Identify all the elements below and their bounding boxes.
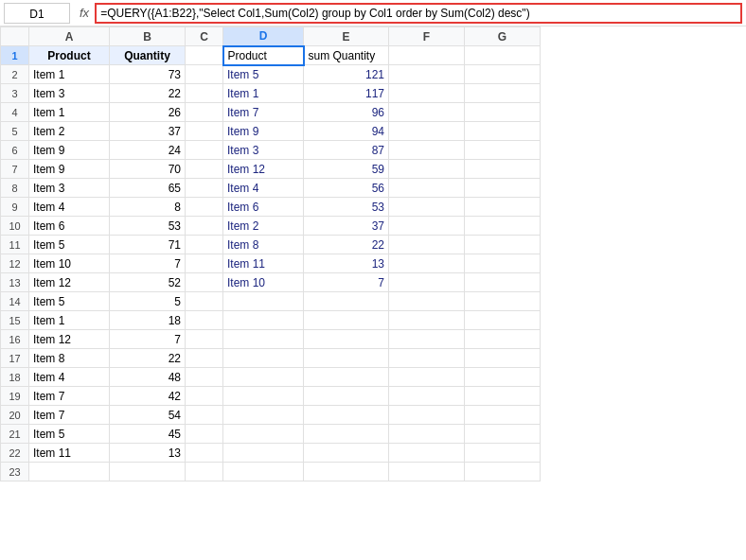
cell-g5[interactable] bbox=[465, 122, 541, 141]
cell-f22[interactable] bbox=[389, 444, 465, 463]
row-header-21[interactable]: 21 bbox=[1, 425, 29, 444]
cell-c4[interactable] bbox=[186, 103, 223, 122]
cell-d3[interactable]: Item 1 bbox=[223, 84, 304, 103]
cell-a9[interactable]: Item 4 bbox=[29, 198, 110, 217]
cell-c14[interactable] bbox=[186, 292, 223, 311]
cell-f4[interactable] bbox=[389, 103, 465, 122]
cell-a19[interactable]: Item 7 bbox=[29, 387, 110, 406]
cell-f5[interactable] bbox=[389, 122, 465, 141]
cell-c7[interactable] bbox=[186, 160, 223, 179]
cell-g2[interactable] bbox=[465, 65, 541, 84]
cell-f3[interactable] bbox=[389, 84, 465, 103]
cell-b21[interactable]: 45 bbox=[110, 425, 186, 444]
row-header-1[interactable]: 1 bbox=[1, 46, 29, 65]
cell-f2[interactable] bbox=[389, 65, 465, 84]
cell-d12[interactable]: Item 11 bbox=[223, 254, 304, 273]
cell-d7[interactable]: Item 12 bbox=[223, 160, 304, 179]
cell-a3[interactable]: Item 3 bbox=[29, 84, 110, 103]
row-header-2[interactable]: 2 bbox=[1, 65, 29, 84]
cell-e22[interactable] bbox=[304, 444, 389, 463]
cell-c21[interactable] bbox=[186, 425, 223, 444]
cell-d18[interactable] bbox=[223, 368, 304, 387]
cell-b3[interactable]: 22 bbox=[110, 84, 186, 103]
row-header-11[interactable]: 11 bbox=[1, 236, 29, 254]
cell-f20[interactable] bbox=[389, 406, 465, 425]
row-header-19[interactable]: 19 bbox=[1, 387, 29, 406]
cell-b1[interactable]: Quantity bbox=[110, 46, 186, 65]
cell-b20[interactable]: 54 bbox=[110, 406, 186, 425]
cell-g9[interactable] bbox=[465, 198, 541, 217]
cell-b13[interactable]: 52 bbox=[110, 273, 186, 292]
cell-b22[interactable]: 13 bbox=[110, 444, 186, 463]
cell-e15[interactable] bbox=[304, 311, 389, 330]
cell-c17[interactable] bbox=[186, 349, 223, 368]
cell-g18[interactable] bbox=[465, 368, 541, 387]
cell-d16[interactable] bbox=[223, 330, 304, 349]
cell-d15[interactable] bbox=[223, 311, 304, 330]
cell-b5[interactable]: 37 bbox=[110, 122, 186, 141]
cell-d8[interactable]: Item 4 bbox=[223, 179, 304, 198]
cell-a6[interactable]: Item 9 bbox=[29, 141, 110, 160]
cell-d2[interactable]: Item 5 bbox=[223, 65, 304, 84]
cell-b2[interactable]: 73 bbox=[110, 65, 186, 84]
cell-f17[interactable] bbox=[389, 349, 465, 368]
cell-b9[interactable]: 8 bbox=[110, 198, 186, 217]
cell-a15[interactable]: Item 1 bbox=[29, 311, 110, 330]
cell-e16[interactable] bbox=[304, 330, 389, 349]
cell-g16[interactable] bbox=[465, 330, 541, 349]
cell-e2[interactable]: 121 bbox=[304, 65, 389, 84]
cell-a18[interactable]: Item 4 bbox=[29, 368, 110, 387]
row-header-9[interactable]: 9 bbox=[1, 198, 29, 217]
cell-e13[interactable]: 7 bbox=[304, 273, 389, 292]
cell-d9[interactable]: Item 6 bbox=[223, 198, 304, 217]
cell-f9[interactable] bbox=[389, 198, 465, 217]
cell-c15[interactable] bbox=[186, 311, 223, 330]
cell-e17[interactable] bbox=[304, 349, 389, 368]
cell-d13[interactable]: Item 10 bbox=[223, 273, 304, 292]
row-header-10[interactable]: 10 bbox=[1, 217, 29, 236]
cell-c8[interactable] bbox=[186, 179, 223, 198]
col-header-g[interactable]: G bbox=[465, 27, 541, 46]
cell-g23[interactable] bbox=[465, 463, 541, 481]
cell-b15[interactable]: 18 bbox=[110, 311, 186, 330]
cell-f13[interactable] bbox=[389, 273, 465, 292]
row-header-13[interactable]: 13 bbox=[1, 273, 29, 292]
row-header-22[interactable]: 22 bbox=[1, 444, 29, 463]
cell-f14[interactable] bbox=[389, 292, 465, 311]
cell-f10[interactable] bbox=[389, 217, 465, 236]
cell-f21[interactable] bbox=[389, 425, 465, 444]
cell-b7[interactable]: 70 bbox=[110, 160, 186, 179]
cell-a21[interactable]: Item 5 bbox=[29, 425, 110, 444]
cell-g21[interactable] bbox=[465, 425, 541, 444]
cell-e1[interactable]: sum Quantity bbox=[304, 46, 389, 65]
cell-f15[interactable] bbox=[389, 311, 465, 330]
col-header-e[interactable]: E bbox=[304, 27, 389, 46]
cell-e18[interactable] bbox=[304, 368, 389, 387]
cell-e3[interactable]: 117 bbox=[304, 84, 389, 103]
cell-g15[interactable] bbox=[465, 311, 541, 330]
row-header-20[interactable]: 20 bbox=[1, 406, 29, 425]
cell-b23[interactable] bbox=[110, 463, 186, 481]
cell-d20[interactable] bbox=[223, 406, 304, 425]
cell-a5[interactable]: Item 2 bbox=[29, 122, 110, 141]
cell-c9[interactable] bbox=[186, 198, 223, 217]
row-header-15[interactable]: 15 bbox=[1, 311, 29, 330]
cell-g13[interactable] bbox=[465, 273, 541, 292]
cell-g8[interactable] bbox=[465, 179, 541, 198]
cell-c20[interactable] bbox=[186, 406, 223, 425]
cell-c11[interactable] bbox=[186, 236, 223, 254]
cell-c6[interactable] bbox=[186, 141, 223, 160]
cell-d17[interactable] bbox=[223, 349, 304, 368]
cell-a8[interactable]: Item 3 bbox=[29, 179, 110, 198]
cell-f12[interactable] bbox=[389, 254, 465, 273]
cell-d19[interactable] bbox=[223, 387, 304, 406]
cell-b4[interactable]: 26 bbox=[110, 103, 186, 122]
cell-a12[interactable]: Item 10 bbox=[29, 254, 110, 273]
cell-c18[interactable] bbox=[186, 368, 223, 387]
cell-e7[interactable]: 59 bbox=[304, 160, 389, 179]
cell-e12[interactable]: 13 bbox=[304, 254, 389, 273]
row-header-8[interactable]: 8 bbox=[1, 179, 29, 198]
cell-e21[interactable] bbox=[304, 425, 389, 444]
formula-input[interactable] bbox=[95, 3, 742, 24]
cell-a11[interactable]: Item 5 bbox=[29, 236, 110, 254]
